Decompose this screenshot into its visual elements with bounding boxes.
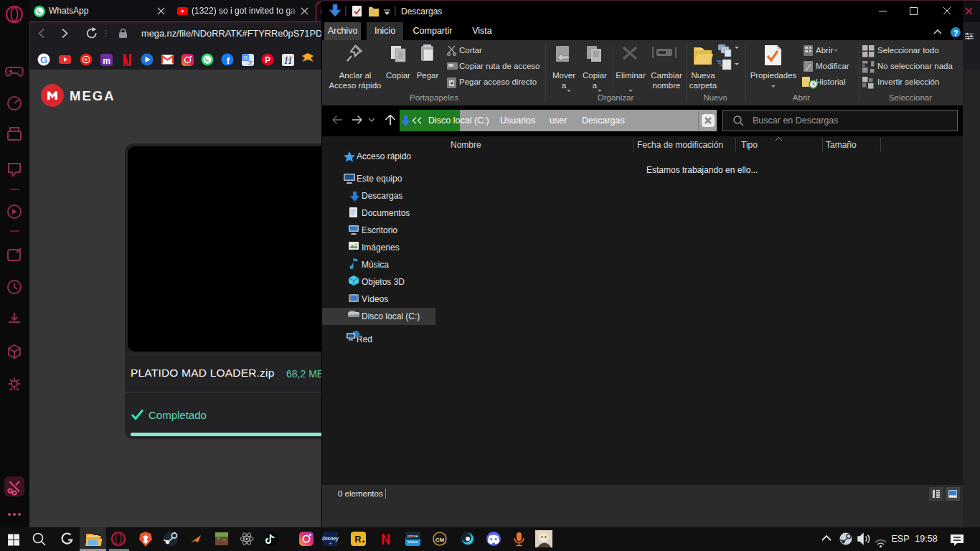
svg-text:Mover: Mover — [552, 71, 575, 80]
svg-text:Música: Música — [362, 260, 389, 270]
svg-text:Abrir: Abrir — [816, 46, 833, 55]
svg-text:Documentos: Documentos — [362, 208, 410, 218]
svg-text:m: m — [103, 56, 110, 66]
svg-text:a: a — [562, 81, 567, 90]
svg-text:Vídeos: Vídeos — [362, 294, 388, 304]
svg-text:Usuarios: Usuarios — [500, 116, 535, 126]
svg-text:Invertir selección: Invertir selección — [877, 77, 939, 86]
svg-text:prime: prime — [407, 534, 419, 538]
svg-text:Abrir: Abrir — [793, 93, 810, 102]
svg-text:f: f — [227, 55, 230, 66]
svg-text:Este equipo: Este equipo — [357, 174, 402, 184]
svg-text:CM: CM — [435, 537, 445, 543]
svg-text:Copiar ruta de acceso: Copiar ruta de acceso — [459, 62, 540, 70]
svg-text:Nueva: Nueva — [691, 71, 715, 80]
svg-text:Acceso rápido: Acceso rápido — [357, 151, 411, 161]
svg-text:Tipo: Tipo — [741, 140, 758, 150]
svg-text:Seleccionar: Seleccionar — [889, 93, 932, 102]
svg-text:G: G — [40, 55, 47, 65]
svg-text:Portapapeles: Portapapeles — [410, 93, 458, 102]
svg-text:Tamaño: Tamaño — [826, 140, 857, 150]
svg-text:+: + — [329, 541, 332, 545]
svg-text:?: ? — [953, 29, 958, 37]
svg-text:a: a — [593, 81, 598, 90]
svg-text:ESP: ESP — [891, 534, 909, 544]
svg-text:Copiar: Copiar — [386, 71, 410, 80]
svg-text:P: P — [265, 55, 270, 65]
svg-text:Disco local (C:): Disco local (C:) — [362, 311, 420, 321]
svg-text:Propiedades: Propiedades — [750, 71, 797, 80]
svg-text:MEGA: MEGA — [70, 88, 116, 103]
svg-text:Historial: Historial — [816, 77, 846, 86]
svg-text:R: R — [354, 534, 362, 545]
svg-text:Copiar: Copiar — [583, 71, 607, 80]
svg-text:Descargas: Descargas — [582, 116, 625, 126]
svg-text:19:58: 19:58 — [915, 534, 937, 544]
svg-text:Modificar: Modificar — [816, 62, 849, 70]
svg-text:video: video — [407, 540, 418, 544]
svg-text:Acceso rápido: Acceso rápido — [329, 81, 382, 90]
svg-text:Seleccionar todo: Seleccionar todo — [877, 46, 939, 55]
svg-text:*: * — [362, 539, 365, 546]
svg-text:user: user — [550, 116, 567, 126]
svg-text:Objetos 3D: Objetos 3D — [362, 277, 405, 287]
svg-text:Descargas: Descargas — [362, 191, 402, 201]
svg-text:Pegar: Pegar — [417, 71, 439, 80]
svg-text:Nuevo: Nuevo — [703, 93, 727, 102]
svg-text:Buscar en Descargas: Buscar en Descargas — [753, 116, 839, 126]
svg-text:Eliminar: Eliminar — [616, 71, 646, 80]
svg-text:Escritorio: Escritorio — [362, 225, 397, 235]
svg-text:文: 文 — [248, 60, 253, 66]
svg-text:Disco local (C:): Disco local (C:) — [428, 116, 489, 126]
svg-text:Imágenes: Imágenes — [362, 242, 400, 253]
svg-text:Nombre: Nombre — [451, 140, 481, 150]
svg-text:Anclar al: Anclar al — [339, 71, 372, 80]
svg-text:No seleccionar nada: No seleccionar nada — [877, 62, 953, 70]
svg-text:Organizar: Organizar — [598, 93, 634, 102]
svg-text:Descargas: Descargas — [401, 6, 442, 17]
svg-text:Cortar: Cortar — [459, 46, 482, 55]
svg-text:H: H — [283, 55, 292, 66]
svg-text:nombre: nombre — [653, 81, 681, 90]
svg-text:Pegar acceso directo: Pegar acceso directo — [459, 77, 537, 86]
svg-text:Cambiar: Cambiar — [651, 71, 682, 80]
svg-text:Fecha de modificación: Fecha de modificación — [637, 140, 723, 150]
svg-text:carpeta: carpeta — [689, 81, 717, 90]
